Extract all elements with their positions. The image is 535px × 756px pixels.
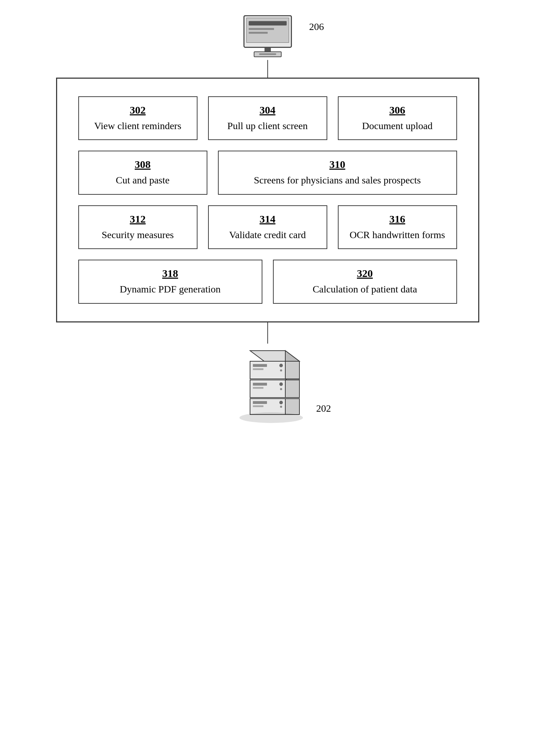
svg-rect-5 — [265, 47, 271, 52]
feature-box-302: 302 View client reminders — [78, 96, 197, 140]
feature-number-320: 320 — [357, 267, 373, 279]
server-label: 202 — [316, 403, 331, 414]
connector-bottom — [267, 322, 268, 344]
monitor-icon — [239, 14, 296, 60]
svg-marker-25 — [285, 361, 299, 379]
svg-rect-12 — [253, 368, 263, 370]
feature-box-312: 312 Security measures — [78, 205, 197, 249]
feature-number-308: 308 — [135, 158, 151, 170]
svg-rect-16 — [253, 383, 267, 386]
monitor-section: 206 — [239, 14, 296, 60]
svg-point-24 — [280, 406, 282, 408]
svg-marker-27 — [285, 399, 299, 415]
svg-point-14 — [280, 369, 282, 371]
feature-number-302: 302 — [130, 104, 146, 116]
feature-title-308: Cut and paste — [116, 174, 169, 187]
feature-box-308: 308 Cut and paste — [78, 151, 207, 194]
svg-point-18 — [279, 382, 283, 386]
feature-box-314: 314 Validate credit card — [208, 205, 327, 249]
feature-number-310: 310 — [329, 158, 345, 170]
feature-box-318: 318 Dynamic PDF generation — [78, 260, 262, 303]
feature-row-3: 312 Security measures 314 Validate credi… — [78, 205, 457, 249]
feature-row-1: 302 View client reminders 304 Pull up cl… — [78, 96, 457, 140]
feature-number-318: 318 — [162, 267, 178, 279]
feature-box-316: 316 OCR handwritten forms — [338, 205, 457, 249]
server-svg — [229, 344, 306, 425]
connector-top — [267, 60, 268, 78]
svg-rect-22 — [253, 405, 263, 407]
feature-box-306: 306 Document upload — [338, 96, 457, 140]
feature-box-310: 310 Screens for physicians and sales pro… — [218, 151, 457, 194]
diagram-container: 206 302 View client reminders 304 Pull u… — [0, 14, 535, 425]
feature-title-318: Dynamic PDF generation — [120, 283, 220, 296]
svg-marker-26 — [285, 380, 299, 398]
feature-number-304: 304 — [260, 104, 275, 116]
svg-rect-3 — [249, 28, 274, 30]
feature-row-4: 318 Dynamic PDF generation 320 Calculati… — [78, 260, 457, 303]
svg-rect-17 — [253, 387, 263, 389]
monitor-svg — [238, 14, 298, 60]
feature-title-314: Validate credit card — [229, 229, 306, 241]
server-section: 202 — [229, 344, 306, 425]
feature-number-316: 316 — [389, 213, 405, 225]
monitor-label: 206 — [309, 21, 324, 32]
feature-title-320: Calculation of patient data — [312, 283, 417, 296]
feature-number-306: 306 — [389, 104, 405, 116]
feature-title-306: Document upload — [362, 120, 433, 132]
svg-point-28 — [239, 412, 303, 423]
feature-number-312: 312 — [130, 213, 146, 225]
svg-rect-2 — [249, 21, 287, 26]
svg-rect-11 — [253, 364, 267, 367]
feature-title-304: Pull up client screen — [227, 120, 308, 132]
svg-rect-21 — [253, 401, 267, 404]
feature-title-310: Screens for physicians and sales prospec… — [254, 174, 421, 187]
svg-point-13 — [279, 364, 283, 367]
svg-rect-4 — [249, 32, 268, 34]
main-box: 302 View client reminders 304 Pull up cl… — [56, 78, 479, 322]
feature-title-312: Security measures — [102, 229, 174, 241]
feature-row-2: 308 Cut and paste 310 Screens for physic… — [78, 151, 457, 194]
feature-box-320: 320 Calculation of patient data — [273, 260, 457, 303]
svg-rect-7 — [259, 53, 276, 55]
svg-point-19 — [280, 388, 282, 390]
feature-number-314: 314 — [260, 213, 275, 225]
feature-title-302: View client reminders — [94, 120, 181, 132]
feature-title-316: OCR handwritten forms — [349, 229, 445, 241]
feature-box-304: 304 Pull up client screen — [208, 96, 327, 140]
svg-point-23 — [279, 401, 283, 404]
